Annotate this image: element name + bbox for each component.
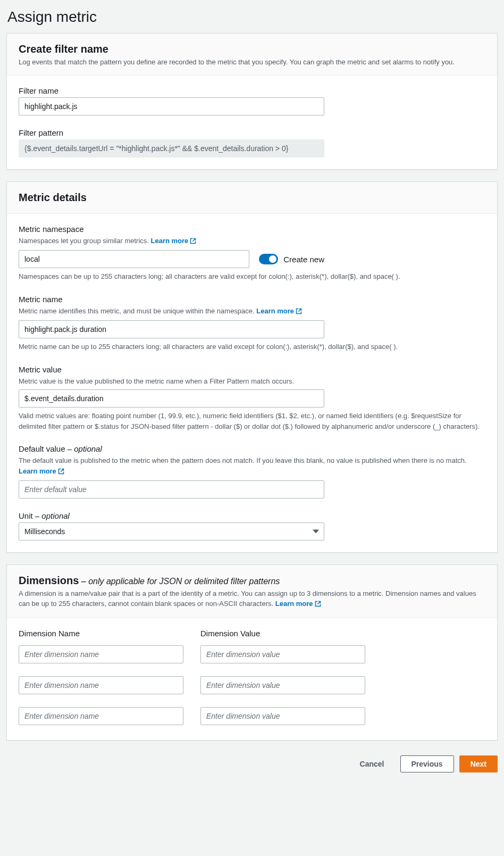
unit-optional-tag: – optional bbox=[33, 511, 70, 520]
namespace-learn-more-link[interactable]: Learn more bbox=[151, 237, 197, 245]
metric-name-input[interactable] bbox=[19, 320, 324, 338]
wizard-footer: Cancel Previous Next bbox=[6, 752, 498, 775]
metric-namespace-label: Metric namespace bbox=[19, 225, 485, 234]
metric-name-label: Metric name bbox=[19, 295, 485, 304]
create-filter-header: Create filter name Log events that match… bbox=[7, 34, 497, 76]
create-filter-title: Create filter name bbox=[19, 43, 485, 55]
dimensions-title-note: – only applicable for JSON or delimited … bbox=[79, 577, 280, 586]
metric-details-panel: Metric details Metric namespace Namespac… bbox=[6, 181, 498, 553]
default-value-input[interactable] bbox=[19, 480, 324, 498]
create-new-toggle[interactable] bbox=[259, 254, 278, 264]
create-filter-desc: Log events that match the pattern you de… bbox=[19, 57, 485, 68]
external-link-icon bbox=[296, 307, 302, 318]
dimension-name-input-2[interactable] bbox=[19, 676, 183, 694]
metric-value-help: Metric value is the value published to t… bbox=[19, 376, 485, 387]
dimensions-desc: A dimension is a name/value pair that is… bbox=[19, 589, 485, 610]
metric-value-constraint: Valid metric values are: floating point … bbox=[19, 411, 485, 431]
dimension-name-input-3[interactable] bbox=[19, 707, 183, 725]
metric-details-header: Metric details bbox=[7, 182, 497, 214]
metric-namespace-help-text: Namespaces let you group similar metrics… bbox=[19, 237, 151, 245]
dimensions-learn-more-link[interactable]: Learn more bbox=[275, 600, 321, 608]
dimension-value-input-1[interactable] bbox=[200, 645, 365, 663]
metric-value-input[interactable] bbox=[19, 389, 324, 408]
default-value-help: The default value is published to the me… bbox=[19, 455, 485, 477]
external-link-icon bbox=[190, 237, 196, 247]
default-value-label: Default value – optional bbox=[19, 444, 485, 453]
default-optional-tag: – optional bbox=[65, 444, 102, 453]
dimensions-panel: Dimensions – only applicable for JSON or… bbox=[6, 564, 498, 741]
filter-name-label: Filter name bbox=[19, 86, 485, 95]
previous-button[interactable]: Previous bbox=[400, 755, 454, 772]
metric-name-help-text: Metric name identifies this metric, and … bbox=[19, 307, 256, 315]
metric-namespace-input[interactable] bbox=[19, 250, 249, 268]
dimensions-title: Dimensions – only applicable for JSON or… bbox=[19, 575, 485, 587]
filter-pattern-label: Filter pattern bbox=[19, 128, 485, 137]
external-link-icon bbox=[315, 600, 321, 610]
metric-value-label: Metric value bbox=[19, 365, 485, 374]
create-new-toggle-label: Create new bbox=[283, 255, 324, 264]
unit-label: Unit – optional bbox=[19, 511, 485, 520]
dimensions-header: Dimensions – only applicable for JSON or… bbox=[7, 565, 497, 618]
next-button[interactable]: Next bbox=[459, 755, 498, 772]
metric-details-title: Metric details bbox=[19, 192, 485, 204]
metric-name-constraint: Metric name can be up to 255 characters … bbox=[19, 342, 485, 352]
dimension-name-input-1[interactable] bbox=[19, 645, 183, 663]
default-learn-more-link[interactable]: Learn more bbox=[19, 467, 64, 475]
metric-namespace-constraint: Namespaces can be up to 255 characters l… bbox=[19, 271, 485, 282]
default-value-help-text: The default value is published to the me… bbox=[19, 456, 467, 464]
metric-name-learn-more-link[interactable]: Learn more bbox=[256, 307, 302, 315]
dimension-value-input-3[interactable] bbox=[200, 707, 365, 725]
unit-select[interactable]: Milliseconds bbox=[19, 522, 324, 541]
metric-namespace-help: Namespaces let you group similar metrics… bbox=[19, 236, 485, 247]
dimension-name-col-label: Dimension Name bbox=[19, 629, 183, 638]
dimensions-desc-text: A dimension is a name/value pair that is… bbox=[19, 589, 476, 608]
dimension-value-col-label: Dimension Value bbox=[200, 629, 365, 638]
filter-name-input[interactable] bbox=[19, 97, 324, 115]
metric-name-help: Metric name identifies this metric, and … bbox=[19, 306, 485, 318]
create-filter-panel: Create filter name Log events that match… bbox=[6, 33, 498, 170]
external-link-icon bbox=[58, 467, 64, 478]
page-title: Assign metric bbox=[7, 9, 498, 26]
cancel-button[interactable]: Cancel bbox=[349, 755, 395, 772]
filter-pattern-readonly: {$.event_details.targetUrl = "*highlight… bbox=[19, 139, 324, 157]
dimension-value-input-2[interactable] bbox=[200, 676, 365, 694]
